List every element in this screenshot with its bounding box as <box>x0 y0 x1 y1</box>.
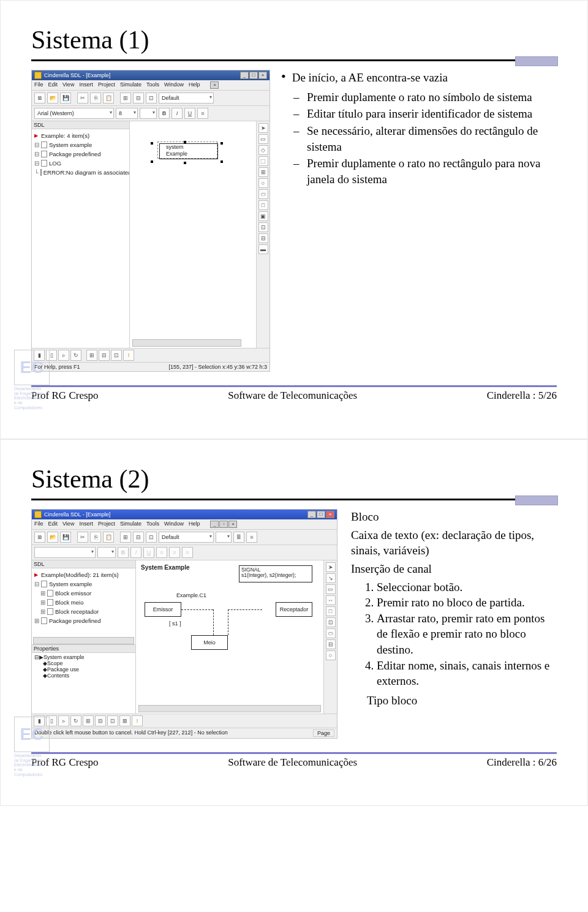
system-symbol[interactable]: system Example <box>154 135 222 162</box>
window-buttons[interactable]: _□× <box>307 511 334 518</box>
open-icon[interactable]: 📂 <box>47 532 58 543</box>
tree-item[interactable]: ⊞Block emissor <box>34 589 133 598</box>
menu-edit[interactable]: Edit <box>48 81 58 89</box>
menu-insert[interactable]: Insert <box>79 81 93 89</box>
doc-min-button[interactable]: _ <box>210 521 219 528</box>
tree-item[interactable]: ⊟System example <box>34 579 133 589</box>
alert-icon[interactable]: ! <box>123 350 134 361</box>
menu-window[interactable]: Window <box>164 81 184 89</box>
menu-bar[interactable]: File Edit View Insert Project Simulate T… <box>32 80 270 91</box>
tree-item[interactable]: └ERROR:No diagram is associated <box>34 168 127 177</box>
tree-root[interactable]: ▶Example(Modified): 21 item(s) <box>34 570 133 579</box>
channel-icon[interactable]: ↔ <box>326 595 336 605</box>
tree-item[interactable]: ⊞Package predefined <box>34 616 133 625</box>
alert-icon[interactable]: ! <box>132 715 143 726</box>
paste-icon[interactable]: 📋 <box>103 92 114 104</box>
cut-icon[interactable]: ✂ <box>77 92 88 104</box>
run-icon[interactable]: ↻ <box>70 715 81 726</box>
zoom-combo[interactable] <box>216 532 232 543</box>
layer-combo[interactable]: Default <box>159 92 214 104</box>
menu-help[interactable]: Help <box>189 521 200 528</box>
tool-icon[interactable]: ⊡ <box>107 715 118 726</box>
tool-icon[interactable]: ⊟ <box>95 715 106 726</box>
menu-project[interactable]: Project <box>98 521 115 528</box>
menu-simulate[interactable]: Simulate <box>120 521 141 528</box>
tool-icon[interactable]: ⊟ <box>258 233 268 243</box>
window-buttons[interactable]: _□× <box>239 72 267 79</box>
tool-icon[interactable]: ▭ <box>258 134 268 144</box>
maximize-button[interactable]: □ <box>317 511 325 518</box>
canvas[interactable]: system Example <box>130 121 256 348</box>
tool-icon[interactable]: ▬ <box>258 244 268 254</box>
doc-close-button[interactable]: × <box>210 81 219 89</box>
tree-item[interactable]: ⊞Block receptador <box>34 607 133 616</box>
style-combo[interactable] <box>140 108 157 119</box>
new-icon[interactable]: 🗎 <box>34 92 45 104</box>
underline-icon[interactable]: U <box>143 547 154 558</box>
size-combo[interactable] <box>97 547 116 558</box>
menu-help[interactable]: Help <box>189 81 200 89</box>
tool-icon[interactable]: ⊟ <box>326 639 336 649</box>
close-button[interactable]: × <box>258 72 267 79</box>
save-icon[interactable]: 💾 <box>60 92 71 104</box>
hscroll[interactable] <box>132 339 241 347</box>
doc-close-button[interactable]: × <box>228 521 237 528</box>
hscroll[interactable] <box>138 705 321 712</box>
cut-icon[interactable]: ✂ <box>77 532 88 543</box>
align-icon[interactable]: ≡ <box>197 108 208 119</box>
maximize-button[interactable]: □ <box>249 72 258 79</box>
menu-file[interactable]: File <box>34 521 43 528</box>
paste-icon[interactable]: 📋 <box>103 532 114 543</box>
block-meio[interactable]: Meio <box>191 635 228 650</box>
block-emissor[interactable]: Emissor <box>145 602 181 617</box>
tool-icon[interactable]: ≣ <box>233 532 244 543</box>
tree-item[interactable]: ⊟Package predefined <box>34 149 127 159</box>
align-icon[interactable]: ≡ <box>156 547 167 558</box>
tool-icon[interactable]: ⊞ <box>120 92 131 104</box>
layer-combo[interactable]: Default <box>159 532 214 543</box>
menu-tools[interactable]: Tools <box>146 81 159 89</box>
tool-icon[interactable]: ⊡ <box>326 617 336 627</box>
bold-icon[interactable]: B <box>118 547 129 558</box>
tool-icon[interactable]: ⊞ <box>258 167 268 177</box>
tree-item[interactable]: ⊞Block meio <box>34 598 133 607</box>
menu-project[interactable]: Project <box>98 81 115 89</box>
tool-icon[interactable]: ⬚ <box>258 156 268 166</box>
tool-icon[interactable]: ⊟ <box>133 532 144 543</box>
tool-icon[interactable]: ⊡ <box>258 222 268 232</box>
menu-insert[interactable]: Insert <box>79 521 93 528</box>
tool-icon[interactable]: □ <box>258 200 268 210</box>
tool-icon[interactable]: ▣ <box>258 211 268 221</box>
menu-bar[interactable]: File Edit View Insert Project Simulate T… <box>32 519 337 530</box>
tool-icon[interactable]: ⊠ <box>119 715 130 726</box>
step-icon[interactable]: ▹ <box>58 715 69 726</box>
new-icon[interactable]: 🗎 <box>34 532 45 543</box>
tool-icon[interactable]: ⊟ <box>133 92 144 104</box>
tool-icon[interactable]: ⊞ <box>83 715 94 726</box>
pointer-icon[interactable]: ➤ <box>258 123 268 133</box>
menu-simulate[interactable]: Simulate <box>120 81 141 89</box>
pointer-icon[interactable]: ➤ <box>326 562 336 572</box>
tree-item[interactable]: ⊟LOG <box>34 159 127 168</box>
close-button[interactable]: × <box>326 511 334 518</box>
props-item[interactable]: ◆Package use <box>34 666 133 673</box>
menu-edit[interactable]: Edit <box>48 521 58 528</box>
align-icon[interactable]: ≡ <box>169 547 180 558</box>
font-combo[interactable]: Arial (Western) <box>34 108 114 119</box>
tool-icon[interactable]: ≡ <box>246 532 257 543</box>
props-item[interactable]: ◆Contents <box>34 673 133 679</box>
props-item[interactable]: ◆Scope <box>34 660 133 666</box>
tool-icon[interactable]: ◇ <box>258 145 268 155</box>
tool-icon[interactable]: ○ <box>258 178 268 188</box>
tool-icon[interactable]: ⊡ <box>146 532 157 543</box>
align-icon[interactable]: ≡ <box>182 547 193 558</box>
minimize-button[interactable]: _ <box>307 511 316 518</box>
tool-icon[interactable]: ⊟ <box>99 350 110 361</box>
italic-icon[interactable]: I <box>130 547 141 558</box>
menu-view[interactable]: View <box>62 521 74 528</box>
textbox-icon[interactable]: ▭ <box>326 584 336 594</box>
doc-max-button[interactable]: ▫ <box>219 521 228 528</box>
step-icon[interactable]: ▹ <box>58 350 69 361</box>
signal-textbox[interactable]: SIGNAL s1(Integer), s2(Integer); <box>239 565 312 582</box>
copy-icon[interactable]: ⎘ <box>90 532 101 543</box>
